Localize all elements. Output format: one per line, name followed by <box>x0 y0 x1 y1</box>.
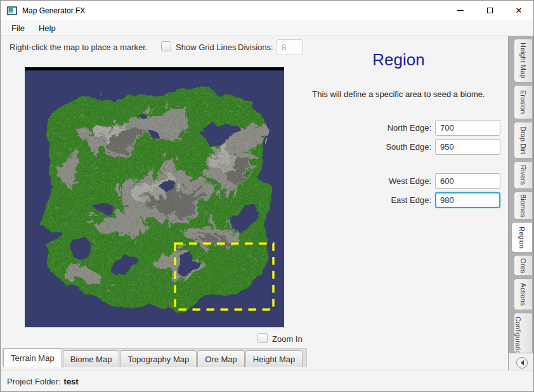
app-icon <box>7 6 17 16</box>
window-controls: ✕ <box>446 1 533 20</box>
side-tabs: Height Map Erosion Drop Dirt Rivers Biom… <box>509 36 534 353</box>
close-button[interactable]: ✕ <box>504 1 533 20</box>
close-icon: ✕ <box>516 6 523 15</box>
side-tab-ores[interactable]: Ores <box>514 255 533 276</box>
south-edge-label: South Edge: <box>289 142 435 152</box>
side-tab-height-map[interactable]: Height Map <box>514 39 533 82</box>
side-tab-strip: Height Map Erosion Drop Dirt Rivers Biom… <box>508 36 534 370</box>
west-edge-input[interactable] <box>435 173 500 189</box>
app-window: Map Generator FX ✕ File Help Right-click… <box>0 0 534 392</box>
region-panel-description: This will define a specific area to seed… <box>289 89 508 99</box>
region-panel-title: Region <box>289 50 508 70</box>
menu-file[interactable]: File <box>4 22 32 35</box>
east-edge-input[interactable] <box>435 192 500 208</box>
east-edge-label: East Edge: <box>289 195 435 205</box>
project-folder-value: test <box>64 377 79 386</box>
zoom-in-label: Zoom In <box>272 334 303 344</box>
south-edge-row: South Edge: <box>289 139 500 155</box>
side-tab-region[interactable]: Region <box>511 222 533 252</box>
left-arrow-icon <box>518 360 524 365</box>
region-panel: Region This will define a specific area … <box>289 36 508 328</box>
tab-ore-map[interactable]: Ore Map <box>197 350 245 367</box>
map-instruction-label: Right-click the map to place a marker. <box>10 42 147 52</box>
side-tab-erosion[interactable]: Erosion <box>514 85 533 119</box>
maximize-icon <box>487 8 493 13</box>
zoom-in-checkbox[interactable] <box>257 333 268 343</box>
side-tab-rivers[interactable]: Rivers <box>514 161 533 189</box>
minimize-button[interactable] <box>446 1 475 20</box>
tab-overflow-button[interactable] <box>516 357 528 369</box>
minimize-icon <box>457 10 464 11</box>
tab-height-map[interactable]: Height Map <box>245 350 303 367</box>
tab-topography-map[interactable]: Topography Map <box>120 350 197 367</box>
title-bar: Map Generator FX ✕ <box>1 1 533 20</box>
show-grid-lines-label: Show Grid Lines <box>176 42 236 52</box>
side-tab-configuration[interactable]: Configuratic <box>514 313 533 353</box>
menu-help[interactable]: Help <box>32 22 63 35</box>
status-bar: Project Folder: test <box>1 370 533 392</box>
menu-bar: File Help <box>1 20 533 36</box>
tab-terrain-map[interactable]: Terrain Map <box>3 348 62 367</box>
north-edge-label: North Edge: <box>289 123 435 133</box>
project-folder-label: Project Folder: <box>7 377 61 386</box>
bottom-tab-strip: Terrain Map Biome Map Topography Map Ore… <box>3 348 307 367</box>
west-edge-label: West Edge: <box>289 176 435 186</box>
side-tab-drop-dirt[interactable]: Drop Dirt <box>514 122 533 159</box>
north-edge-input[interactable] <box>435 120 500 136</box>
side-tab-actions[interactable]: Actions <box>514 278 533 310</box>
show-grid-lines-checkbox[interactable] <box>161 41 171 51</box>
terrain-map-image[interactable] <box>25 67 284 327</box>
south-edge-input[interactable] <box>435 139 500 155</box>
east-edge-row: East Edge: <box>289 192 500 208</box>
maximize-button[interactable] <box>475 1 504 20</box>
side-tab-biomes[interactable]: Biomes <box>514 192 533 219</box>
west-edge-row: West Edge: <box>289 173 500 189</box>
north-edge-row: North Edge: <box>289 120 500 136</box>
window-title: Map Generator FX <box>22 6 85 15</box>
divisions-label: Divisions: <box>238 42 273 52</box>
tab-biome-map[interactable]: Biome Map <box>63 350 120 367</box>
